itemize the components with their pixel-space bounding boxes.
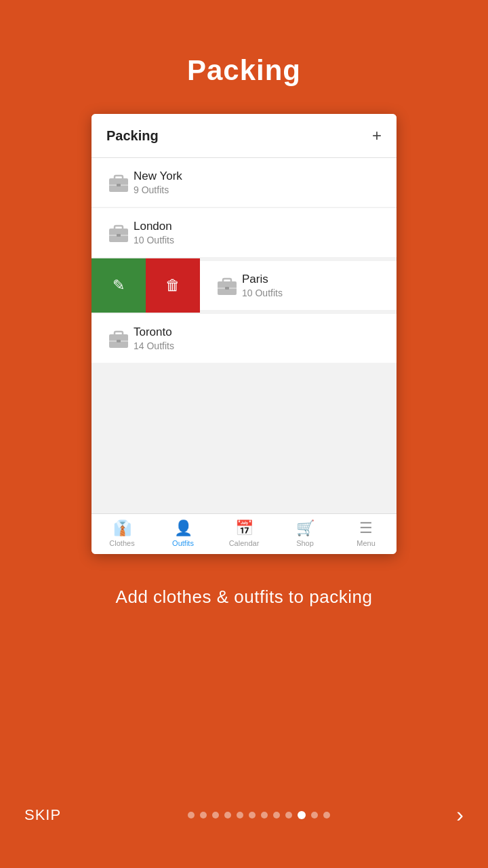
nav-item-clothes[interactable]: 👔 Clothes (102, 519, 142, 547)
svg-rect-7 (117, 234, 121, 237)
item-text: Paris 10 Outfits (242, 273, 283, 298)
dot-12 (323, 812, 330, 818)
description-text: Add clothes & outfits to packing (116, 587, 373, 608)
bottom-bar: SKIP › (0, 802, 488, 827)
clothes-icon: 👔 (113, 519, 131, 537)
nav-item-menu[interactable]: ☰ Menu (346, 519, 386, 547)
svg-rect-5 (115, 226, 123, 230)
nav-item-calendar[interactable]: 📅 Calendar (224, 519, 264, 547)
edit-action-button[interactable]: ✎ (92, 258, 146, 313)
dot-5 (237, 812, 243, 818)
next-button[interactable]: › (456, 802, 464, 827)
list-item[interactable]: London 10 Outfits (92, 208, 396, 257)
list-item-paris: ✎ 🗑 Paris 10 Outfits (92, 258, 396, 313)
bottom-nav: 👔 Clothes 👤 Outfits 📅 Calendar 🛒 Shop ☰ … (92, 513, 396, 554)
skip-button[interactable]: SKIP (24, 806, 61, 824)
swipe-item-content[interactable]: Paris 10 Outfits (200, 261, 396, 310)
briefcase-icon (104, 167, 134, 197)
item-name: New York (134, 170, 182, 183)
calendar-icon: 📅 (235, 519, 253, 537)
delete-action-button[interactable]: 🗑 (146, 258, 200, 313)
dot-11 (311, 812, 318, 818)
item-name: Toronto (134, 326, 174, 339)
card-header-title: Packing (106, 128, 159, 144)
svg-rect-1 (115, 176, 123, 180)
dot-8 (273, 812, 280, 818)
nav-item-outfits[interactable]: 👤 Outfits (163, 519, 203, 547)
svg-rect-3 (117, 184, 121, 186)
dots-container (188, 811, 330, 819)
nav-label-shop: Shop (296, 539, 314, 547)
nav-label-menu: Menu (357, 539, 375, 547)
nav-label-calendar: Calendar (229, 539, 260, 547)
menu-icon: ☰ (359, 519, 373, 537)
list-item[interactable]: Toronto 14 Outfits (92, 314, 396, 363)
nav-item-shop[interactable]: 🛒 Shop (285, 519, 325, 547)
person-icon: 👤 (174, 519, 192, 537)
item-sub: 10 Outfits (242, 288, 283, 298)
item-name: Paris (242, 273, 283, 286)
item-text: London 10 Outfits (134, 220, 174, 245)
trash-icon: 🗑 (165, 277, 180, 294)
briefcase-icon (104, 218, 134, 248)
nav-label-outfits: Outfits (172, 539, 194, 547)
card-header: Packing + (92, 114, 396, 158)
edit-icon: ✎ (113, 277, 125, 294)
dot-3 (212, 812, 219, 818)
add-button[interactable]: + (372, 126, 382, 145)
svg-rect-9 (223, 279, 231, 283)
swipe-actions: ✎ 🗑 (92, 258, 200, 313)
item-text: New York 9 Outfits (134, 170, 182, 195)
svg-rect-13 (115, 332, 123, 336)
dot-7 (261, 812, 268, 818)
list-item[interactable]: New York 9 Outfits (92, 158, 396, 207)
item-name: London (134, 220, 174, 233)
briefcase-icon (104, 323, 134, 353)
dot-1 (188, 812, 195, 818)
item-text: Toronto 14 Outfits (134, 326, 174, 351)
svg-rect-15 (117, 340, 121, 342)
item-sub: 9 Outfits (134, 184, 182, 195)
dot-9 (285, 812, 292, 818)
dot-2 (200, 812, 207, 818)
svg-rect-11 (225, 287, 229, 290)
item-sub: 10 Outfits (134, 235, 174, 245)
page-title: Packing (187, 54, 301, 87)
dot-6 (249, 812, 256, 818)
phone-card: Packing + New York 9 Outfits (92, 114, 396, 554)
dot-4 (224, 812, 231, 818)
briefcase-icon (212, 271, 242, 300)
dot-10 (298, 811, 306, 819)
cart-icon: 🛒 (296, 519, 314, 537)
nav-label-clothes: Clothes (109, 539, 134, 547)
item-sub: 14 Outfits (134, 340, 174, 351)
card-list: New York 9 Outfits London 10 Outfits ✎ (92, 158, 396, 513)
